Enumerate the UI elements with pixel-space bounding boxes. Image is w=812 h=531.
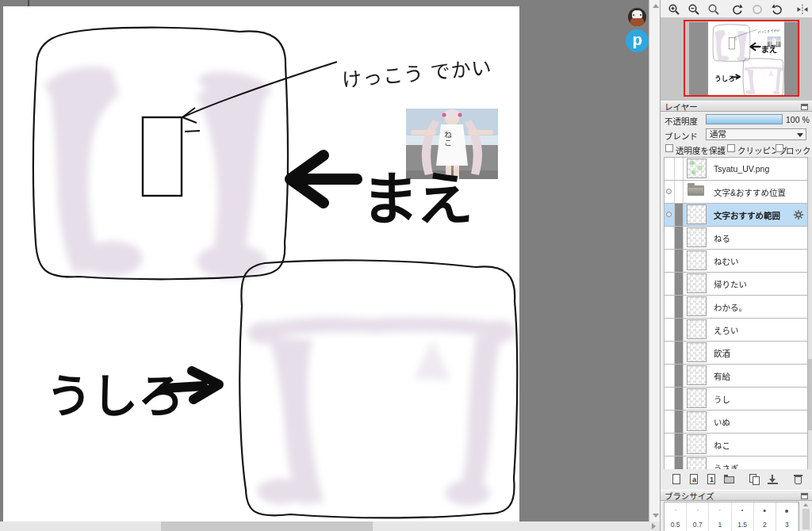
pixiv-icon[interactable]: p [626,29,649,52]
layer-settings-gear-icon[interactable] [793,209,804,220]
brush-size-item[interactable]: 3 [776,502,799,531]
brush-panel-title: ブラシサイズ [665,491,714,501]
rotate-cw-icon[interactable] [771,3,783,16]
brush-size-item[interactable]: 1 [709,502,731,531]
lock-checkbox[interactable] [776,144,783,152]
brush-size-item[interactable]: 2 [754,502,776,531]
layer-visibility-toggle[interactable] [665,181,675,203]
canvas-horizontal-scrollbar[interactable] [0,521,649,531]
navigator-view-rect[interactable] [684,20,799,97]
horizontal-scroll-thumb[interactable] [161,521,373,531]
zoom-reset-icon[interactable] [707,3,720,16]
brush-size-value: 1 [709,521,730,529]
brush-list-scrollbar[interactable] [801,502,811,531]
scrollbar-corner[interactable] [649,521,660,531]
layer-thumbnail [684,365,710,387]
brush-dot-icon [697,510,698,510]
layer-row[interactable]: 文字&おすすめ位置 [665,181,807,204]
layer-row[interactable]: ねる [665,227,807,250]
flip-horizontal-icon[interactable] [796,3,809,16]
layer-thumbnail [684,434,710,456]
preserve-opacity-checkbox[interactable] [665,144,673,152]
layer-visibility-toggle[interactable] [665,434,675,456]
panel-menu-icon[interactable] [801,104,808,110]
brush-scroll-thumb[interactable] [802,509,810,529]
clipping-checkbox[interactable] [727,144,735,152]
brush-size-list: 0.50.711.523 [664,502,799,531]
new-letter-layer-button[interactable]: a [688,473,701,487]
layer-visibility-toggle[interactable] [665,204,675,226]
layer-row[interactable]: Tsyatu_UV.png [665,158,807,181]
scroll-up-icon[interactable] [653,4,659,8]
layer-list-scrollbar[interactable] [808,157,812,469]
layer-thumbnail [684,227,710,249]
layer-list-scroll-thumb[interactable] [808,359,812,430]
preserve-opacity-label: 透明度を保護 [676,144,726,156]
rotate-ccw-icon[interactable] [731,3,744,16]
layer-row[interactable]: 帰りたい [665,273,807,296]
brush-size-item[interactable]: 1.5 [732,502,754,531]
navigator-preview[interactable] [661,17,812,101]
blend-label: ブレンド [665,130,698,142]
layer-row[interactable]: ねむい [665,250,807,273]
layer-visibility-toggle[interactable] [665,319,675,341]
layer-visibility-toggle[interactable] [665,457,675,469]
layer-row[interactable]: 文字おすすめ範囲 [665,204,807,227]
layer-group-indent [675,388,684,410]
new-1bit-layer-button[interactable]: 1 [705,473,718,487]
merge-down-button[interactable] [766,473,779,487]
scroll-down-icon[interactable] [653,514,659,518]
user-avatar[interactable] [628,8,646,26]
layer-group-indent [675,273,684,295]
layer-row[interactable]: うし [665,388,807,411]
layer-visibility-toggle[interactable] [665,296,675,318]
brush-size-value: 0.7 [687,521,708,529]
layer-name: わかる。 [710,301,747,313]
layer-row[interactable]: 飲酒 [665,342,807,365]
layer-visibility-toggle[interactable] [665,342,675,364]
layer-thumbnail [684,250,710,272]
new-layer-button[interactable] [670,473,684,487]
opacity-slider[interactable] [706,114,783,124]
brush-size-item[interactable]: 0.5 [665,502,687,531]
brush-size-item[interactable]: 0.7 [687,502,709,531]
duplicate-layer-button[interactable] [748,473,761,487]
layer-row[interactable]: うさぎ [665,457,807,469]
layer-thumbnail [684,273,710,295]
layer-visibility-toggle[interactable] [665,250,675,272]
layer-row[interactable]: えらい [665,319,807,342]
zoom-out-icon[interactable] [688,3,700,16]
canvas-vertical-scrollbar[interactable] [649,0,661,521]
scroll-right-icon[interactable] [652,523,656,529]
layer-row[interactable]: 有給 [665,365,807,388]
zoom-in-icon[interactable] [668,3,680,16]
delete-layer-button[interactable] [791,473,805,487]
layer-visibility-toggle[interactable] [665,365,675,387]
brush-size-value: 0.5 [665,521,686,529]
layer-row[interactable]: ねこ [665,434,807,457]
layer-group-indent [675,158,684,180]
canvas-area[interactable] [0,0,649,521]
scroll-up-icon[interactable] [803,503,808,506]
layer-name: うし [710,393,730,405]
layer-visibility-toggle[interactable] [665,273,675,295]
canvas-drawing[interactable] [3,6,519,521]
layer-row[interactable]: いぬ [665,411,807,434]
brush-panel-header: ブラシサイズ [661,490,812,501]
layer-visibility-toggle[interactable] [665,227,675,249]
layer-visibility-toggle[interactable] [665,158,675,180]
layer-group-indent [675,411,684,433]
layer-thumbnail [684,388,710,410]
blend-mode-dropdown[interactable]: 通常 [706,128,806,140]
folder-icon [684,181,710,203]
eye-icon [666,189,672,194]
layer-visibility-toggle[interactable] [665,388,675,410]
layer-visibility-toggle[interactable] [665,411,675,433]
panel-menu-icon[interactable] [801,493,808,499]
reset-rotation-icon[interactable] [751,3,764,16]
new-folder-button[interactable] [722,473,736,487]
layer-row[interactable]: わかる。 [665,296,807,319]
layer-group-indent [675,434,684,456]
layer-thumbnail [684,342,710,364]
lock-label: ロック [786,144,811,156]
